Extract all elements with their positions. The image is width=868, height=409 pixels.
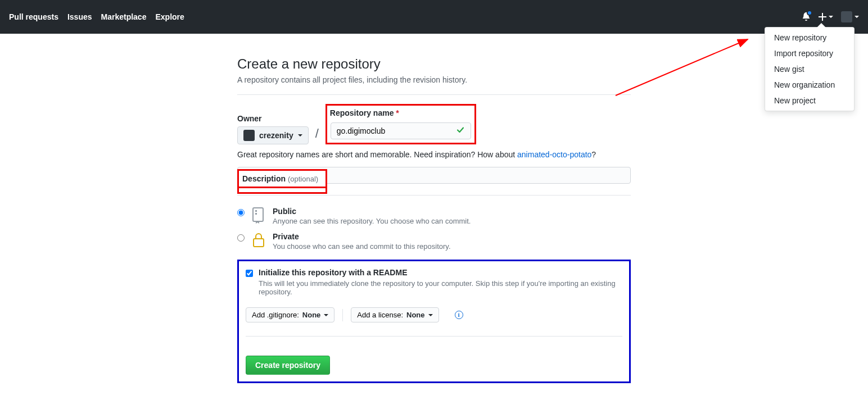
dropdown-new-project[interactable]: New project <box>765 93 854 108</box>
add-gitignore-button[interactable]: Add .gitignore: None <box>246 307 334 322</box>
notification-dot-icon <box>807 10 812 16</box>
annotation-highlight-init: Initialize this repository with a README… <box>237 260 631 383</box>
nav-pull-requests[interactable]: Pull requests <box>9 12 58 21</box>
dropdown-new-organization[interactable]: New organization <box>765 77 854 93</box>
page-title: Create a new repository <box>237 56 631 72</box>
top-header: Pull requests Issues Marketplace Explore <box>0 0 868 34</box>
visibility-private-desc: You choose who can see and commit to thi… <box>273 242 451 251</box>
slash-separator: / <box>314 126 320 144</box>
plus-icon <box>819 13 826 21</box>
add-license-button[interactable]: Add a license: None <box>351 307 438 322</box>
annotation-highlight-description: Description (optional) <box>237 169 327 188</box>
repository-name-input[interactable] <box>331 122 471 139</box>
description-label: Description (optional) <box>242 174 322 183</box>
owner-avatar-icon <box>243 130 255 141</box>
add-menu-button[interactable] <box>819 13 833 21</box>
notifications-button[interactable] <box>802 12 811 22</box>
nav-issues[interactable]: Issues <box>67 12 92 21</box>
svg-rect-4 <box>255 213 257 215</box>
annotation-arrow <box>613 34 759 101</box>
repo-name-hint: Great repository names are short and mem… <box>237 150 631 159</box>
svg-line-1 <box>616 39 748 96</box>
lock-icon <box>251 232 266 251</box>
repo-public-icon <box>251 207 266 225</box>
caret-down-icon <box>428 314 433 316</box>
main-content: Create a new repository A repository con… <box>237 56 631 406</box>
avatar-icon <box>841 11 852 22</box>
divider <box>237 94 631 95</box>
init-readme-desc: This will let you immediately clone the … <box>259 279 622 296</box>
suggestion-link[interactable]: animated-octo-potato <box>517 150 591 159</box>
visibility-public-desc: Anyone can see this repository. You choo… <box>273 217 471 225</box>
dropdown-import-repository[interactable]: Import repository <box>765 46 854 61</box>
annotation-highlight-repo <box>326 104 476 144</box>
visibility-public-radio[interactable] <box>237 209 245 216</box>
visibility-private-radio[interactable] <box>237 234 245 242</box>
caret-down-icon <box>855 16 859 18</box>
init-readme-checkbox[interactable] <box>246 270 253 277</box>
svg-rect-3 <box>255 210 257 212</box>
init-readme-label: Initialize this repository with a README <box>259 268 622 277</box>
button-separator <box>342 309 343 321</box>
owner-name: crezenity <box>259 131 293 140</box>
owner-select[interactable]: crezenity <box>237 126 309 144</box>
dropdown-new-repository[interactable]: New repository <box>765 30 854 46</box>
header-right <box>802 11 859 22</box>
add-dropdown-menu: New repository Import repository New gis… <box>765 27 855 111</box>
owner-label: Owner <box>237 114 309 123</box>
svg-rect-2 <box>253 208 263 221</box>
nav-marketplace[interactable]: Marketplace <box>101 12 147 21</box>
check-icon <box>456 126 464 136</box>
info-icon[interactable]: i <box>455 311 463 319</box>
nav-explore[interactable]: Explore <box>155 12 184 21</box>
visibility-private-label: Private <box>273 232 299 241</box>
dropdown-new-gist[interactable]: New gist <box>765 61 854 77</box>
caret-down-icon <box>829 16 833 18</box>
divider <box>246 336 622 337</box>
visibility-group: Public Anyone can see this repository. Y… <box>237 203 631 254</box>
divider <box>237 195 631 196</box>
visibility-public-label: Public <box>273 207 296 216</box>
profile-menu-button[interactable] <box>841 11 859 22</box>
page-subtitle: A repository contains all project files,… <box>237 75 631 84</box>
create-repository-button[interactable]: Create repository <box>246 356 330 375</box>
header-nav: Pull requests Issues Marketplace Explore <box>9 12 184 21</box>
caret-down-icon <box>298 134 302 137</box>
svg-rect-5 <box>254 239 264 247</box>
caret-down-icon <box>324 314 328 316</box>
